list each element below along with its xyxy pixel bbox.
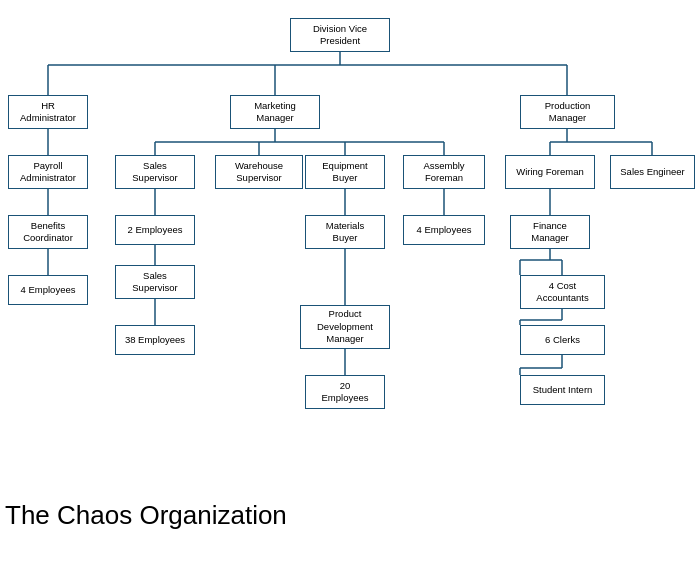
org-node-sales_engineer: Sales Engineer	[610, 155, 695, 189]
org-node-sales_sup1: SalesSupervisor	[115, 155, 195, 189]
org-node-product_dev_mgr: ProductDevelopmentManager	[300, 305, 390, 349]
org-node-payroll_admin: PayrollAdministrator	[8, 155, 88, 189]
org-node-twenty_employees: 20Employees	[305, 375, 385, 409]
org-node-division_vp: Division VicePresident	[290, 18, 390, 52]
org-node-four_cost_acc: 4 CostAccountants	[520, 275, 605, 309]
org-node-equipment_buyer: EquipmentBuyer	[305, 155, 385, 189]
org-node-assembly_foreman: AssemblyForeman	[403, 155, 485, 189]
chart-title: The Chaos Organization	[0, 490, 700, 531]
org-node-thirtyeight_employees: 38 Employees	[115, 325, 195, 355]
org-chart: Division VicePresidentHRAdministratorMar…	[0, 0, 700, 490]
org-node-finance_mgr: FinanceManager	[510, 215, 590, 249]
org-node-warehouse_sup: WarehouseSupervisor	[215, 155, 303, 189]
org-node-four_employees_asm: 4 Employees	[403, 215, 485, 245]
org-node-six_clerks: 6 Clerks	[520, 325, 605, 355]
org-node-production_mgr: ProductionManager	[520, 95, 615, 129]
org-node-hr_admin: HRAdministrator	[8, 95, 88, 129]
org-node-four_employees_hr: 4 Employees	[8, 275, 88, 305]
org-node-wiring_foreman: Wiring Foreman	[505, 155, 595, 189]
org-node-student_intern: Student Intern	[520, 375, 605, 405]
org-node-sales_sup2: SalesSupervisor	[115, 265, 195, 299]
org-node-two_employees: 2 Employees	[115, 215, 195, 245]
org-node-marketing_mgr: MarketingManager	[230, 95, 320, 129]
org-node-materials_buyer: MaterialsBuyer	[305, 215, 385, 249]
org-node-benefits_coord: BenefitsCoordinator	[8, 215, 88, 249]
